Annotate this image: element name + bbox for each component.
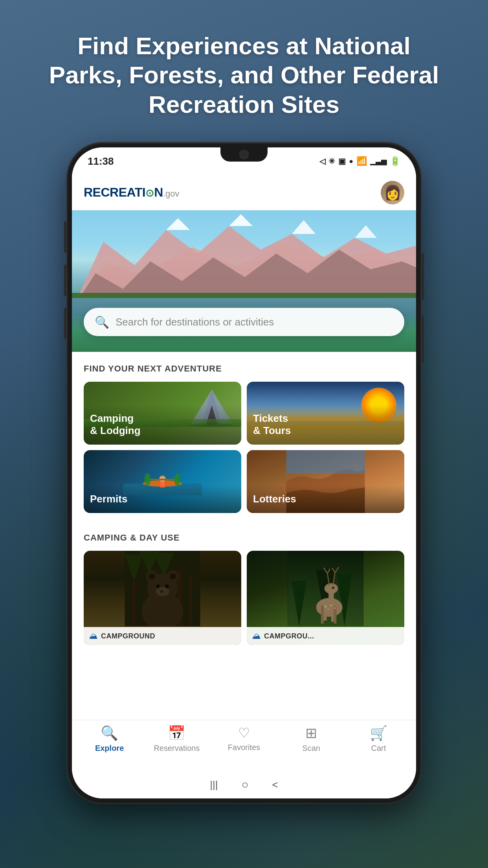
logo-gov-text: .gov: [163, 189, 180, 199]
status-time: 11:38: [88, 155, 114, 167]
explore-nav-label: Explore: [95, 744, 124, 753]
svg-point-59: [334, 607, 336, 609]
svg-marker-4: [355, 225, 377, 238]
campground-type-text-2: CAMPGROU...: [264, 632, 314, 640]
bottom-navigation: 🔍 Explore 📅 Reservations ♡ Favorites ⊞ S…: [72, 720, 416, 771]
adventure-section-title: FIND YOUR NEXT ADVENTURE: [72, 352, 416, 382]
screen-icon: ▣: [338, 156, 346, 166]
scan-nav-label: Scan: [302, 744, 320, 753]
phone-shell: 11:38 ◁ ✳ ▣ ● 📶 ▁▃▅ 🔋 RECREATI ⊙ N: [67, 143, 421, 803]
lotteries-card-label: Lotteries: [247, 485, 404, 513]
hero-banner: 🔍 Search for destinations or activities: [72, 210, 416, 352]
tickets-tours-card-label: Tickets& Tours: [247, 405, 404, 445]
cart-nav-label: Cart: [371, 744, 386, 753]
explore-icon: 🔍: [101, 725, 118, 741]
campground-mountain-icon: ⛰: [89, 631, 98, 641]
campground-label-1: ⛰ CAMPGROUND: [84, 627, 241, 645]
camping-section: CAMPING & DAY USE: [72, 521, 416, 657]
svg-point-55: [325, 583, 338, 594]
nav-item-favorites[interactable]: ♡ Favorites: [220, 725, 268, 752]
svg-point-21: [145, 473, 151, 486]
svg-point-40: [156, 585, 160, 588]
logo-text-main: RECREATI: [84, 185, 145, 200]
svg-point-57: [330, 605, 332, 607]
system-nav-bar: ||| ○ <: [72, 771, 416, 798]
headline-text: Find Experiences at National Parks, Fore…: [0, 0, 488, 143]
phone-screen: 11:38 ◁ ✳ ▣ ● 📶 ▁▃▅ 🔋 RECREATI ⊙ N: [72, 147, 416, 798]
phone-device: 11:38 ◁ ✳ ▣ ● 📶 ▁▃▅ 🔋 RECREATI ⊙ N: [67, 143, 421, 803]
campground-label-2: ⛰ CAMPGROU...: [247, 627, 404, 645]
user-avatar[interactable]: 👩: [381, 181, 404, 204]
main-scroll-area[interactable]: 🔍 Search for destinations or activities …: [72, 210, 416, 720]
compass-icon: ✳: [328, 156, 335, 166]
app-logo[interactable]: RECREATI ⊙ N .gov: [84, 185, 179, 200]
permits-card-label: Permits: [84, 485, 241, 513]
svg-point-38: [170, 574, 176, 579]
svg-rect-52: [321, 605, 324, 623]
svg-marker-2: [229, 214, 253, 226]
camping-lodging-card[interactable]: Camping& Lodging: [84, 382, 241, 445]
search-icon: 🔍: [95, 315, 109, 329]
svg-rect-23: [286, 450, 365, 474]
campground-type-text-1: CAMPGROUND: [101, 632, 155, 640]
svg-point-58: [327, 609, 329, 610]
signal-icon: ▁▃▅: [370, 157, 387, 166]
app-header: RECREATI ⊙ N .gov 👩: [72, 175, 416, 210]
deer-illustration: [247, 551, 404, 626]
status-icons: ◁ ✳ ▣ ● 📶 ▁▃▅ 🔋: [319, 156, 400, 166]
wifi-icon: 📶: [356, 156, 367, 166]
campground-card-1[interactable]: ⛰ CAMPGROUND: [84, 551, 241, 645]
svg-point-22: [174, 473, 181, 486]
svg-point-37: [149, 574, 155, 579]
logo-leaf-icon: ⊙: [145, 187, 154, 199]
cart-icon: 🛒: [370, 725, 387, 741]
reservations-nav-label: Reservations: [154, 744, 200, 753]
svg-rect-25: [132, 581, 136, 626]
search-placeholder-text: Search for destinations or activities: [116, 316, 274, 328]
dot-icon: ●: [349, 157, 353, 166]
recents-button[interactable]: |||: [210, 779, 218, 791]
favorites-icon: ♡: [238, 725, 250, 741]
adventure-section: FIND YOUR NEXT ADVENTURE: [72, 352, 416, 521]
svg-rect-29: [189, 576, 192, 627]
svg-marker-6: [72, 293, 416, 309]
nav-item-explore[interactable]: 🔍 Explore: [86, 725, 133, 753]
nav-item-reservations[interactable]: 📅 Reservations: [153, 725, 200, 753]
svg-point-61: [332, 587, 333, 588]
search-bar[interactable]: 🔍 Search for destinations or activities: [84, 308, 404, 336]
svg-rect-20: [147, 479, 178, 480]
phone-notch: [220, 147, 268, 162]
svg-rect-50: [324, 602, 327, 621]
adventure-grid: Camping& Lodging Tickets& Tours: [72, 382, 416, 521]
nav-icon: ◁: [319, 156, 325, 166]
svg-marker-1: [166, 218, 190, 230]
nav-item-cart[interactable]: 🛒 Cart: [355, 725, 402, 753]
camping-card-label: Camping& Lodging: [84, 405, 241, 445]
camping-section-title: CAMPING & DAY USE: [72, 521, 416, 551]
svg-point-56: [325, 605, 327, 608]
camping-cards-grid: ⛰ CAMPGROUND: [72, 551, 416, 653]
home-button[interactable]: ○: [241, 778, 248, 791]
front-camera: [239, 150, 249, 159]
mountain-svg: [72, 210, 416, 309]
svg-marker-3: [292, 220, 316, 234]
permits-card[interactable]: Permits: [84, 450, 241, 513]
campground-card-2[interactable]: ⛰ CAMPGROU...: [247, 551, 404, 645]
svg-point-60: [332, 587, 334, 589]
campground-mountain-icon-2: ⛰: [252, 631, 261, 641]
tickets-tours-card[interactable]: Tickets& Tours: [247, 382, 404, 445]
favorites-nav-label: Favorites: [228, 743, 260, 752]
reservations-icon: 📅: [168, 725, 185, 741]
battery-icon: 🔋: [390, 156, 400, 166]
logo-text-n: N: [154, 185, 163, 200]
nav-item-scan[interactable]: ⊞ Scan: [288, 725, 335, 753]
back-button[interactable]: <: [272, 779, 278, 791]
svg-point-41: [165, 585, 169, 588]
scan-icon: ⊞: [305, 725, 317, 741]
svg-point-42: [161, 590, 163, 593]
lotteries-card[interactable]: Lotteries: [247, 450, 404, 513]
bear-illustration: [84, 551, 241, 626]
